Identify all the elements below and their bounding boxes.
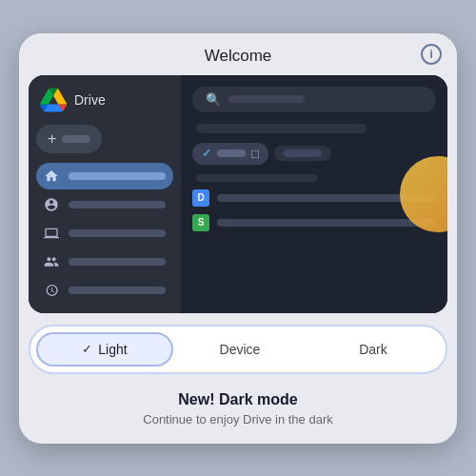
drive-mockup: Drive + (29, 75, 447, 313)
bottom-section: New! Dark mode Continue to enjoy Drive i… (19, 382, 457, 444)
account-icon (44, 197, 59, 212)
nav-item-shared[interactable] (36, 248, 173, 275)
main-card: Welcome i Drive + (19, 33, 457, 444)
nav-item-home[interactable] (36, 163, 173, 189)
dark-mode-subtitle: Continue to enjoy Drive in the dark (34, 412, 442, 426)
nav-recent-bar (69, 287, 166, 294)
search-placeholder-bar (228, 95, 305, 103)
info-icon[interactable]: i (421, 44, 442, 65)
drive-logo-text: Drive (74, 92, 106, 108)
title-bar: Welcome i (19, 33, 457, 75)
list-view-pill[interactable]: ✓ □ (192, 143, 268, 165)
theme-dark-label: Dark (359, 342, 387, 357)
toggle-bar (217, 149, 246, 157)
theme-light-label: Light (98, 342, 127, 357)
recent-icon (44, 283, 59, 298)
theme-toggle-row: ✓ Light Device Dark (29, 325, 447, 374)
sheet-icon: S (192, 214, 209, 231)
theme-device-label: Device (220, 342, 261, 357)
nav-shared-bar (69, 258, 166, 266)
drive-logo-icon (40, 87, 67, 113)
theme-option-dark[interactable]: Dark (307, 334, 440, 365)
section-bar (196, 174, 318, 182)
content-bar-1 (196, 124, 367, 133)
drive-sidebar: Drive + (29, 75, 181, 313)
file-row-sheet[interactable]: S (192, 214, 436, 231)
nav-item-computers[interactable] (36, 220, 173, 247)
check-mark-icon: ✓ (202, 147, 211, 160)
drive-logo: Drive (36, 87, 173, 113)
nav-computers-bar (69, 229, 166, 237)
second-pill-bar (284, 149, 322, 157)
new-plus-icon: + (48, 130, 56, 148)
grid-view-pill[interactable] (274, 146, 331, 161)
search-icon: 🔍 (206, 92, 221, 107)
theme-option-light[interactable]: ✓ Light (36, 332, 173, 367)
grid-icon: □ (251, 147, 259, 161)
doc-icon: D (192, 189, 209, 207)
nav-starred-bar (69, 201, 166, 208)
laptop-icon (44, 226, 59, 241)
search-bar[interactable]: 🔍 (192, 87, 436, 112)
title-text: Welcome (205, 47, 272, 66)
sheet-name-bar (217, 219, 436, 227)
theme-option-device[interactable]: Device (173, 334, 307, 365)
home-icon (44, 169, 59, 184)
shared-icon (44, 254, 59, 269)
view-toggle[interactable]: ✓ □ (192, 143, 436, 165)
nav-item-starred[interactable] (36, 191, 173, 218)
nav-item-recent[interactable] (36, 277, 173, 304)
new-button-bar (62, 135, 90, 143)
nav-home-bar (69, 172, 166, 180)
dark-mode-title: New! Dark mode (34, 391, 442, 408)
new-button[interactable]: + (36, 125, 102, 153)
light-check-icon: ✓ (82, 342, 92, 356)
